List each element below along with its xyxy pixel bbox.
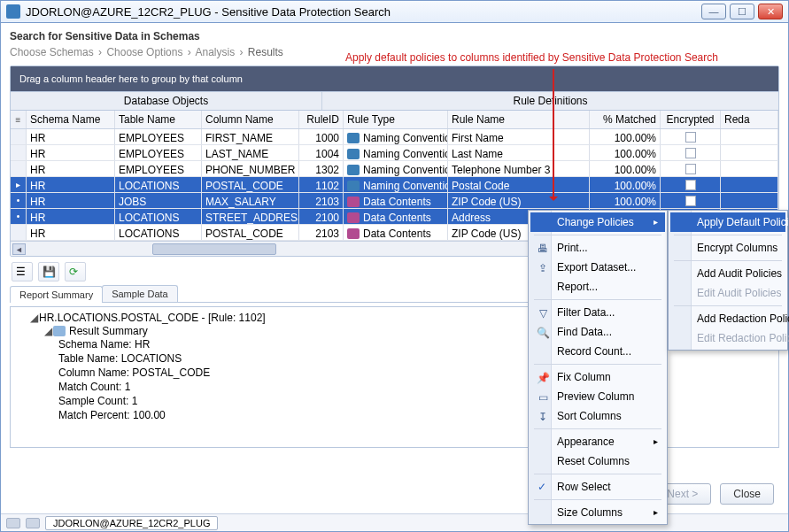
maximize-button[interactable]: ☐ xyxy=(730,4,754,19)
twisty-icon[interactable]: ◢ xyxy=(30,312,39,324)
cell-rulename: Last Name xyxy=(448,145,590,160)
menu-reset-columns[interactable]: Reset Columns xyxy=(530,451,665,471)
tree-result-summary[interactable]: Result Summary xyxy=(69,325,148,337)
col-ruletype[interactable]: Rule Type xyxy=(344,111,448,128)
cell-encrypted[interactable] xyxy=(661,193,721,208)
cell-redacted xyxy=(721,177,778,192)
col-column-name[interactable]: Column Name xyxy=(202,111,299,128)
cell-table: EMPLOYEES xyxy=(115,129,202,144)
refresh-button[interactable]: ⟳ xyxy=(65,262,86,281)
col-matched[interactable]: % Matched xyxy=(590,111,661,128)
crumb-analysis[interactable]: Analysis xyxy=(195,46,235,58)
checkbox-icon[interactable] xyxy=(685,180,696,190)
menu-change-policies[interactable]: Change Policies▸ xyxy=(530,212,665,232)
menu-fix-column[interactable]: 📌Fix Column xyxy=(530,367,665,387)
cell-schema: HR xyxy=(27,177,115,192)
menu-sort-columns[interactable]: ↧Sort Columns xyxy=(530,406,665,426)
close-dialog-button[interactable]: Close xyxy=(720,483,774,505)
cell-table: JOBS xyxy=(115,193,202,208)
cell-redacted xyxy=(721,145,778,160)
cell-rulename: First Name xyxy=(448,129,590,144)
menu-find-data[interactable]: 🔍Find Data... xyxy=(530,322,665,342)
scroll-left-arrow[interactable]: ◄ xyxy=(12,243,26,255)
cell-rulename: Postal Code xyxy=(448,177,590,192)
scroll-thumb[interactable] xyxy=(152,243,276,255)
col-table-name[interactable]: Table Name xyxy=(115,111,202,128)
col-redacted[interactable]: Reda xyxy=(721,111,778,128)
row-indicator-header[interactable]: ≡ xyxy=(11,111,27,128)
connection-tab[interactable]: JDORLON@AZURE_12CR2_PLUG xyxy=(45,516,218,530)
tab-sample-data[interactable]: Sample Data xyxy=(102,285,178,302)
menu-record-count[interactable]: Record Count... xyxy=(530,342,665,361)
cell-encrypted[interactable] xyxy=(661,177,721,192)
submenu-arrow-icon: ▸ xyxy=(654,217,658,227)
cell-column: POSTAL_CODE xyxy=(202,225,299,240)
menu-appearance[interactable]: Appearance▸ xyxy=(530,432,665,451)
cell-column: FIRST_NAME xyxy=(202,129,299,144)
twisty-icon[interactable]: ◢ xyxy=(44,325,53,337)
cell-ruletype: Naming Convention xyxy=(344,129,448,144)
close-button[interactable]: ✕ xyxy=(758,4,783,19)
cell-ruleid: 2100 xyxy=(299,209,344,224)
tab-report-summary[interactable]: Report Summary xyxy=(10,286,103,303)
menu-export-dataset[interactable]: ⇪Export Dataset... xyxy=(530,258,665,277)
row-indicator xyxy=(11,225,27,240)
crumb-schemas[interactable]: Choose Schemas xyxy=(10,46,94,58)
cell-ruletype: Data Contents xyxy=(344,193,448,208)
toggle-tree-button[interactable]: ☰ xyxy=(12,262,33,281)
col-ruleid[interactable]: RuleID xyxy=(299,111,344,128)
sort-icon: ↧ xyxy=(536,410,550,424)
cell-ruletype: Naming Convention xyxy=(344,161,448,176)
col-encrypted[interactable]: Encrypted xyxy=(661,111,721,128)
submenu-arrow-icon: ▸ xyxy=(654,436,658,446)
checkbox-icon[interactable] xyxy=(685,164,696,174)
cell-encrypted[interactable] xyxy=(661,129,721,144)
cell-ruletype: Data Contents xyxy=(344,225,448,240)
window-title: JDORLON@AZURE_12CR2_PLUG - Sensitive Dat… xyxy=(26,5,701,19)
menu-encrypt-columns[interactable]: Encrypt Columns xyxy=(670,238,785,258)
cell-encrypted[interactable] xyxy=(661,145,721,160)
grid-context-menu[interactable]: Change Policies▸ 🖶Print... ⇪Export Datas… xyxy=(528,210,668,525)
group-by-area[interactable]: Drag a column header here to group by th… xyxy=(11,66,778,92)
cell-column: LAST_NAME xyxy=(202,145,299,160)
checkbox-icon[interactable] xyxy=(685,132,696,143)
crumb-options[interactable]: Choose Options xyxy=(106,46,182,58)
cell-encrypted[interactable] xyxy=(661,161,721,176)
checkbox-icon[interactable] xyxy=(685,196,696,206)
col-schema-name[interactable]: Schema Name xyxy=(27,111,115,128)
cell-ruleid: 1302 xyxy=(299,161,344,176)
checkbox-icon[interactable] xyxy=(685,148,696,158)
tree-root[interactable]: HR.LOCATIONS.POSTAL_CODE - [Rule: 1102] xyxy=(39,312,266,324)
cell-table: LOCATIONS xyxy=(115,209,202,224)
menu-report[interactable]: Report... xyxy=(530,277,665,297)
col-rulename[interactable]: Rule Name xyxy=(448,111,590,128)
row-indicator xyxy=(11,129,27,144)
minimize-button[interactable]: — xyxy=(701,4,726,19)
table-row[interactable]: HREMPLOYEESPHONE_NUMBER1302Naming Conven… xyxy=(11,161,778,177)
ruletype-icon xyxy=(347,149,360,159)
cell-table: LOCATIONS xyxy=(115,177,202,192)
save-button[interactable]: 💾 xyxy=(38,262,59,281)
menu-size-columns[interactable]: Size Columns▸ xyxy=(530,503,665,522)
export-icon: ⇪ xyxy=(536,261,550,275)
menu-row-select[interactable]: ✓Row Select xyxy=(530,477,665,497)
menu-apply-default-policies[interactable]: Apply Default Policies xyxy=(670,212,785,232)
table-row[interactable]: HREMPLOYEESFIRST_NAME1000Naming Conventi… xyxy=(11,129,778,145)
menu-add-audit-policies[interactable]: Add Audit Policies xyxy=(670,264,785,283)
menu-filter-data[interactable]: ▽Filter Data... xyxy=(530,303,665,322)
cell-ruleid: 1000 xyxy=(299,129,344,144)
menu-preview-column[interactable]: ▭Preview Column xyxy=(530,387,665,406)
cell-redacted xyxy=(721,193,778,208)
status-icon xyxy=(26,518,40,528)
cell-ruleid: 1102 xyxy=(299,177,344,192)
menu-print[interactable]: 🖶Print... xyxy=(530,238,665,258)
cell-schema: HR xyxy=(27,161,115,176)
table-row[interactable]: •HRJOBSMAX_SALARY2103Data ContentsZIP Co… xyxy=(11,193,778,209)
cell-column: PHONE_NUMBER xyxy=(202,161,299,176)
summary-icon xyxy=(53,326,66,336)
table-row[interactable]: ▸HRLOCATIONSPOSTAL_CODE1102Naming Conven… xyxy=(11,177,778,193)
change-policies-submenu[interactable]: Apply Default Policies Encrypt Columns A… xyxy=(668,210,788,351)
table-row[interactable]: HREMPLOYEESLAST_NAME1004Naming Conventio… xyxy=(11,145,778,161)
refresh-icon: ⟳ xyxy=(69,266,81,278)
menu-add-redaction-policies[interactable]: Add Redaction Policies xyxy=(670,309,785,328)
